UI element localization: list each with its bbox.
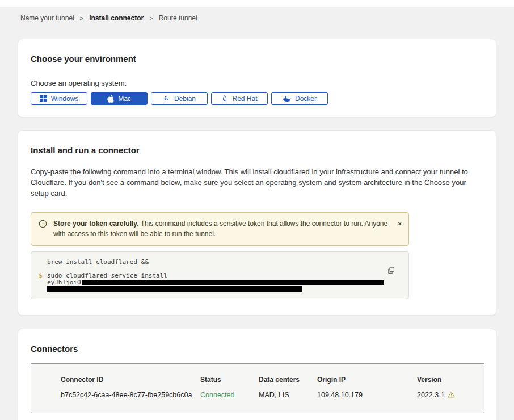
redacted-token-bar <box>47 286 302 292</box>
token-warning-banner: Store your token carefully. This command… <box>31 212 409 246</box>
shell-prompt: $ <box>39 272 43 279</box>
redhat-icon <box>221 95 228 102</box>
environment-card-title: Choose your environment <box>31 54 483 64</box>
col-data-centers: Data centers <box>259 376 317 384</box>
os-button-docker[interactable]: Docker <box>271 92 328 105</box>
breadcrumb: Name your tunnel > Install connector > R… <box>0 7 514 22</box>
os-button-mac[interactable]: Mac <box>91 92 148 105</box>
os-button-label: Docker <box>295 95 317 103</box>
token-warning-text: Store your token carefully. This command… <box>53 219 389 240</box>
command-text: sudo cloudflared service install <box>47 272 167 279</box>
install-connector-card: Install and run a connector Copy-paste t… <box>18 130 496 316</box>
os-select-label: Choose an operating system: <box>31 79 483 87</box>
version-value: 2022.3.1 <box>417 391 484 400</box>
command-line-2: $ sudo cloudflared service install <box>31 272 386 279</box>
breadcrumb-route-tunnel[interactable]: Route tunnel <box>159 14 197 22</box>
os-button-group: Windows Mac Debian Red Hat Docker <box>31 92 483 105</box>
alert-circle-icon <box>39 220 47 240</box>
token-warning-lead: Store your token carefully. <box>53 220 139 228</box>
install-command-block: brew install cloudflared && $ sudo cloud… <box>31 251 409 299</box>
connector-id-value: b7c52c42-6caa-48ee-8c77-fbe259cb6c0a <box>61 391 200 400</box>
apple-icon <box>107 95 114 103</box>
breadcrumb-install-connector[interactable]: Install connector <box>89 14 144 22</box>
table-header-row: Connector ID Status Data centers Origin … <box>61 376 484 384</box>
copy-icon[interactable] <box>387 267 395 276</box>
breadcrumb-separator: > <box>80 15 83 22</box>
version-number: 2022.3.1 <box>417 391 445 399</box>
install-card-title: Install and run a connector <box>31 145 483 155</box>
col-version: Version <box>417 376 484 384</box>
token-prefix: eyJhIjoiO <box>47 279 81 286</box>
connectors-card: Connectors Connector ID Status Data cent… <box>18 329 496 420</box>
os-button-label: Debian <box>174 95 196 103</box>
os-button-label: Red Hat <box>232 95 257 103</box>
warning-triangle-icon <box>448 391 455 400</box>
install-description: Copy-paste the following command into a … <box>31 167 482 199</box>
status-badge: Connected <box>200 391 259 400</box>
breadcrumb-name-your-tunnel[interactable]: Name your tunnel <box>20 14 74 22</box>
token-line: eyJhIjoiO <box>31 280 386 285</box>
os-button-redhat[interactable]: Red Hat <box>211 92 268 105</box>
data-centers-value: MAD, LIS <box>259 391 317 400</box>
top-white-bar <box>0 0 514 7</box>
docker-icon <box>283 95 291 102</box>
os-button-label: Windows <box>51 95 79 103</box>
os-button-debian[interactable]: Debian <box>151 92 208 105</box>
command-line-1: brew install cloudflared && <box>31 258 386 266</box>
col-connector-id: Connector ID <box>61 376 200 384</box>
breadcrumb-separator: > <box>149 15 153 22</box>
connectors-card-title: Connectors <box>31 344 483 354</box>
debian-icon <box>163 95 170 102</box>
close-icon[interactable]: × <box>398 221 402 227</box>
os-button-windows[interactable]: Windows <box>31 92 87 105</box>
redacted-token-bar <box>82 280 384 285</box>
environment-card: Choose your environment Choose an operat… <box>18 39 496 117</box>
table-row: b7c52c42-6caa-48ee-8c77-fbe259cb6c0a Con… <box>61 391 484 400</box>
os-button-label: Mac <box>118 95 131 103</box>
connectors-table: Connector ID Status Data centers Origin … <box>31 363 484 413</box>
windows-icon <box>40 95 47 102</box>
col-status: Status <box>200 376 259 384</box>
origin-ip-value: 109.48.10.179 <box>317 391 417 400</box>
col-origin-ip: Origin IP <box>317 376 417 384</box>
